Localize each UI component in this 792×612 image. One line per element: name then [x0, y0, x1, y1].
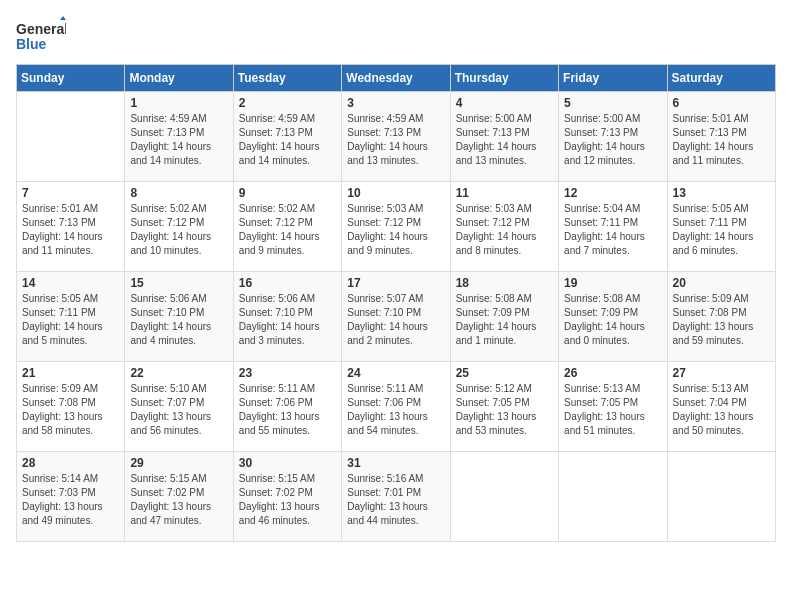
- day-cell: 6Sunrise: 5:01 AM Sunset: 7:13 PM Daylig…: [667, 92, 775, 182]
- day-cell: 5Sunrise: 5:00 AM Sunset: 7:13 PM Daylig…: [559, 92, 667, 182]
- day-cell: 22Sunrise: 5:10 AM Sunset: 7:07 PM Dayli…: [125, 362, 233, 452]
- day-cell: 20Sunrise: 5:09 AM Sunset: 7:08 PM Dayli…: [667, 272, 775, 362]
- weekday-header-tuesday: Tuesday: [233, 65, 341, 92]
- day-number: 24: [347, 366, 444, 380]
- day-cell: 3Sunrise: 4:59 AM Sunset: 7:13 PM Daylig…: [342, 92, 450, 182]
- day-cell: 15Sunrise: 5:06 AM Sunset: 7:10 PM Dayli…: [125, 272, 233, 362]
- week-row-4: 21Sunrise: 5:09 AM Sunset: 7:08 PM Dayli…: [17, 362, 776, 452]
- day-info: Sunrise: 5:10 AM Sunset: 7:07 PM Dayligh…: [130, 382, 227, 438]
- weekday-header-monday: Monday: [125, 65, 233, 92]
- day-info: Sunrise: 5:06 AM Sunset: 7:10 PM Dayligh…: [130, 292, 227, 348]
- day-number: 5: [564, 96, 661, 110]
- day-info: Sunrise: 5:14 AM Sunset: 7:03 PM Dayligh…: [22, 472, 119, 528]
- day-number: 4: [456, 96, 553, 110]
- day-cell: 9Sunrise: 5:02 AM Sunset: 7:12 PM Daylig…: [233, 182, 341, 272]
- day-cell: 16Sunrise: 5:06 AM Sunset: 7:10 PM Dayli…: [233, 272, 341, 362]
- day-info: Sunrise: 5:02 AM Sunset: 7:12 PM Dayligh…: [130, 202, 227, 258]
- day-cell: 19Sunrise: 5:08 AM Sunset: 7:09 PM Dayli…: [559, 272, 667, 362]
- day-info: Sunrise: 5:13 AM Sunset: 7:04 PM Dayligh…: [673, 382, 770, 438]
- day-cell: 24Sunrise: 5:11 AM Sunset: 7:06 PM Dayli…: [342, 362, 450, 452]
- svg-text:Blue: Blue: [16, 36, 47, 52]
- day-cell: [559, 452, 667, 542]
- day-number: 25: [456, 366, 553, 380]
- day-cell: 12Sunrise: 5:04 AM Sunset: 7:11 PM Dayli…: [559, 182, 667, 272]
- weekday-header-saturday: Saturday: [667, 65, 775, 92]
- day-info: Sunrise: 5:15 AM Sunset: 7:02 PM Dayligh…: [239, 472, 336, 528]
- day-info: Sunrise: 4:59 AM Sunset: 7:13 PM Dayligh…: [239, 112, 336, 168]
- day-info: Sunrise: 5:08 AM Sunset: 7:09 PM Dayligh…: [564, 292, 661, 348]
- day-number: 19: [564, 276, 661, 290]
- day-number: 11: [456, 186, 553, 200]
- day-cell: 10Sunrise: 5:03 AM Sunset: 7:12 PM Dayli…: [342, 182, 450, 272]
- day-number: 6: [673, 96, 770, 110]
- day-cell: 8Sunrise: 5:02 AM Sunset: 7:12 PM Daylig…: [125, 182, 233, 272]
- day-cell: [450, 452, 558, 542]
- day-info: Sunrise: 5:07 AM Sunset: 7:10 PM Dayligh…: [347, 292, 444, 348]
- day-number: 26: [564, 366, 661, 380]
- weekday-header-row: SundayMondayTuesdayWednesdayThursdayFrid…: [17, 65, 776, 92]
- day-info: Sunrise: 5:03 AM Sunset: 7:12 PM Dayligh…: [347, 202, 444, 258]
- header: General Blue: [16, 16, 776, 56]
- day-number: 14: [22, 276, 119, 290]
- day-cell: 29Sunrise: 5:15 AM Sunset: 7:02 PM Dayli…: [125, 452, 233, 542]
- day-number: 23: [239, 366, 336, 380]
- day-cell: 23Sunrise: 5:11 AM Sunset: 7:06 PM Dayli…: [233, 362, 341, 452]
- day-number: 15: [130, 276, 227, 290]
- weekday-header-thursday: Thursday: [450, 65, 558, 92]
- weekday-header-friday: Friday: [559, 65, 667, 92]
- day-number: 8: [130, 186, 227, 200]
- day-info: Sunrise: 5:09 AM Sunset: 7:08 PM Dayligh…: [673, 292, 770, 348]
- day-info: Sunrise: 5:01 AM Sunset: 7:13 PM Dayligh…: [22, 202, 119, 258]
- day-number: 28: [22, 456, 119, 470]
- day-cell: 18Sunrise: 5:08 AM Sunset: 7:09 PM Dayli…: [450, 272, 558, 362]
- week-row-3: 14Sunrise: 5:05 AM Sunset: 7:11 PM Dayli…: [17, 272, 776, 362]
- day-info: Sunrise: 5:01 AM Sunset: 7:13 PM Dayligh…: [673, 112, 770, 168]
- day-number: 20: [673, 276, 770, 290]
- day-cell: 7Sunrise: 5:01 AM Sunset: 7:13 PM Daylig…: [17, 182, 125, 272]
- day-cell: 4Sunrise: 5:00 AM Sunset: 7:13 PM Daylig…: [450, 92, 558, 182]
- day-info: Sunrise: 5:02 AM Sunset: 7:12 PM Dayligh…: [239, 202, 336, 258]
- day-number: 9: [239, 186, 336, 200]
- day-info: Sunrise: 5:08 AM Sunset: 7:09 PM Dayligh…: [456, 292, 553, 348]
- day-number: 29: [130, 456, 227, 470]
- day-info: Sunrise: 5:03 AM Sunset: 7:12 PM Dayligh…: [456, 202, 553, 258]
- day-info: Sunrise: 5:05 AM Sunset: 7:11 PM Dayligh…: [22, 292, 119, 348]
- day-info: Sunrise: 5:13 AM Sunset: 7:05 PM Dayligh…: [564, 382, 661, 438]
- day-number: 17: [347, 276, 444, 290]
- day-cell: 17Sunrise: 5:07 AM Sunset: 7:10 PM Dayli…: [342, 272, 450, 362]
- logo: General Blue: [16, 16, 66, 56]
- day-number: 12: [564, 186, 661, 200]
- day-number: 10: [347, 186, 444, 200]
- day-cell: 30Sunrise: 5:15 AM Sunset: 7:02 PM Dayli…: [233, 452, 341, 542]
- day-info: Sunrise: 5:11 AM Sunset: 7:06 PM Dayligh…: [239, 382, 336, 438]
- day-cell: 28Sunrise: 5:14 AM Sunset: 7:03 PM Dayli…: [17, 452, 125, 542]
- day-number: 22: [130, 366, 227, 380]
- day-info: Sunrise: 4:59 AM Sunset: 7:13 PM Dayligh…: [347, 112, 444, 168]
- day-cell: 1Sunrise: 4:59 AM Sunset: 7:13 PM Daylig…: [125, 92, 233, 182]
- day-number: 13: [673, 186, 770, 200]
- svg-marker-1: [60, 16, 66, 20]
- day-cell: 13Sunrise: 5:05 AM Sunset: 7:11 PM Dayli…: [667, 182, 775, 272]
- day-number: 16: [239, 276, 336, 290]
- day-number: 31: [347, 456, 444, 470]
- day-cell: 27Sunrise: 5:13 AM Sunset: 7:04 PM Dayli…: [667, 362, 775, 452]
- day-info: Sunrise: 5:16 AM Sunset: 7:01 PM Dayligh…: [347, 472, 444, 528]
- day-info: Sunrise: 5:09 AM Sunset: 7:08 PM Dayligh…: [22, 382, 119, 438]
- day-cell: 2Sunrise: 4:59 AM Sunset: 7:13 PM Daylig…: [233, 92, 341, 182]
- day-number: 1: [130, 96, 227, 110]
- weekday-header-sunday: Sunday: [17, 65, 125, 92]
- week-row-2: 7Sunrise: 5:01 AM Sunset: 7:13 PM Daylig…: [17, 182, 776, 272]
- day-cell: [667, 452, 775, 542]
- svg-text:General: General: [16, 21, 66, 37]
- day-cell: 26Sunrise: 5:13 AM Sunset: 7:05 PM Dayli…: [559, 362, 667, 452]
- week-row-5: 28Sunrise: 5:14 AM Sunset: 7:03 PM Dayli…: [17, 452, 776, 542]
- week-row-1: 1Sunrise: 4:59 AM Sunset: 7:13 PM Daylig…: [17, 92, 776, 182]
- day-number: 2: [239, 96, 336, 110]
- day-number: 3: [347, 96, 444, 110]
- day-info: Sunrise: 5:04 AM Sunset: 7:11 PM Dayligh…: [564, 202, 661, 258]
- day-cell: 11Sunrise: 5:03 AM Sunset: 7:12 PM Dayli…: [450, 182, 558, 272]
- weekday-header-wednesday: Wednesday: [342, 65, 450, 92]
- day-info: Sunrise: 5:05 AM Sunset: 7:11 PM Dayligh…: [673, 202, 770, 258]
- day-info: Sunrise: 5:06 AM Sunset: 7:10 PM Dayligh…: [239, 292, 336, 348]
- day-cell: 25Sunrise: 5:12 AM Sunset: 7:05 PM Dayli…: [450, 362, 558, 452]
